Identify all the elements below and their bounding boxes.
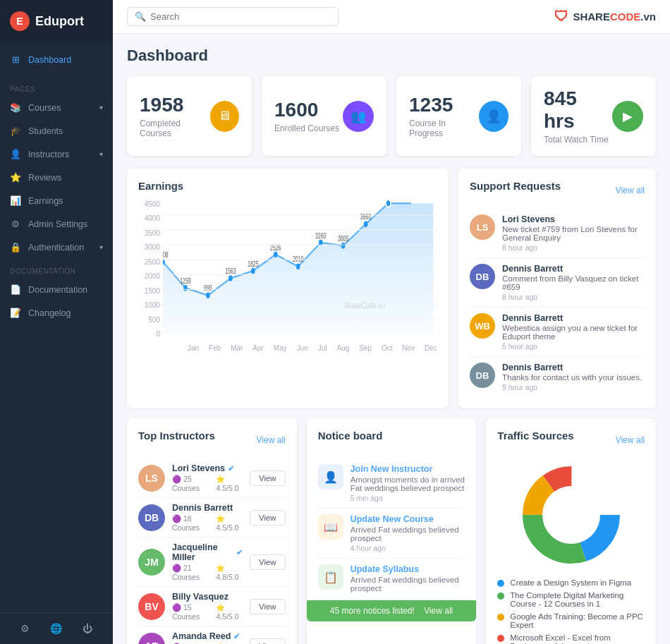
bottom-row: Top Instructors View all LS Lori Stevens… — [127, 418, 656, 644]
traffic-title: Traffic Sources — [497, 430, 573, 442]
support-view-all[interactable]: View all — [616, 186, 645, 195]
stat-card-watchtime: 845 hrs Total Watch Time ▶ — [531, 76, 656, 156]
instructors-view-all[interactable]: View all — [257, 435, 286, 445]
traffic-legend: Create a Design System in Figma The Comp… — [497, 578, 645, 644]
legend-dot-blue — [497, 580, 504, 587]
power-icon[interactable]: ⏻ — [83, 623, 92, 634]
traffic-sources-card: Traffic Sources View all — [486, 418, 656, 644]
header: 🔍 🛡 SHARECODE.vn — [113, 0, 670, 34]
chart-dot — [251, 268, 255, 274]
sidebar-bottom-bar: ⚙ 🌐 ⏻ — [0, 612, 113, 644]
stat-label-inprogress: Course In Progress — [409, 119, 479, 138]
support-list: LS Lori Stevens New ticket #759 from Lor… — [470, 209, 645, 397]
instructor-name: Billy Vasquez — [172, 592, 243, 602]
notice-board-title: Notice board — [318, 430, 383, 442]
stat-info-completed: 1958 Completed Courses — [140, 94, 210, 138]
instructors-card: Top Instructors View all LS Lori Stevens… — [127, 418, 297, 644]
dashboard-nav-item[interactable]: ⊞ Dashboard — [0, 42, 113, 77]
legend-dot-red — [497, 635, 504, 642]
support-item: LS Lori Stevens New ticket #759 from Lor… — [470, 209, 645, 258]
notice-footer[interactable]: 45 more notices listed! View all — [307, 600, 477, 621]
students-label: Students — [28, 126, 63, 136]
sidebar-item-earnings[interactable]: 📊 Earnings — [0, 189, 113, 212]
sidebar-item-courses[interactable]: 📚 Courses ▾ — [0, 96, 113, 119]
notice-icon-join: 👤 — [318, 464, 343, 490]
changelog-icon: 📝 — [10, 308, 21, 318]
stat-label-completed: Completed Courses — [140, 119, 210, 138]
sidebar-item-instructors[interactable]: 👤 Instructors ▾ — [0, 142, 113, 166]
svg-text:1825: 1825 — [248, 260, 258, 268]
instructors-header: Top Instructors View all — [138, 430, 286, 450]
instructor-view-button[interactable]: View — [250, 470, 286, 486]
search-box[interactable]: 🔍 — [127, 7, 339, 26]
content-area: Dashboard 1958 Completed Courses 🖥 1600 … — [113, 34, 670, 644]
sidebar-item-students[interactable]: 🎓 Students — [0, 119, 113, 142]
instructor-avatar: BV — [138, 593, 165, 620]
instructor-view-button[interactable]: View — [250, 510, 286, 525]
support-msg: New ticket #759 from Lori Stevens for Ge… — [502, 225, 645, 242]
stat-number-completed: 1958 — [140, 94, 210, 116]
notice-time: 4 hour ago — [351, 544, 465, 552]
notice-footer-text: 45 more notices listed! — [330, 606, 415, 616]
courses-count: 🟣 25 Courses — [172, 475, 210, 492]
courses-icon: 📚 — [10, 102, 21, 113]
courses-count: 🟣 18 Courses — [172, 514, 210, 532]
documentation-icon: 📄 — [10, 284, 21, 295]
dashboard-label: Dashboard — [28, 55, 71, 65]
chart-watermark: ShareCode.vn — [344, 300, 385, 310]
sidebar-item-changelog[interactable]: 📝 Changelog — [0, 301, 113, 324]
globe-icon[interactable]: 🌐 — [50, 623, 62, 634]
support-item: DB Dennis Barrett Thanks for contact us … — [470, 357, 645, 397]
authentication-label: Authentication — [28, 243, 84, 253]
support-title: Support Requests — [470, 180, 561, 192]
notice-desc: Arrived Fat weddings believed prospect — [351, 525, 465, 542]
svg-text:2908: 2908 — [163, 251, 169, 260]
stat-info-enrolled: 1600 Enrolled Courses — [274, 99, 339, 133]
logo-icon: E — [10, 11, 30, 31]
svg-text:990: 990 — [204, 284, 212, 293]
support-time: 5 hour ago — [502, 342, 645, 351]
earnings-chart: 2908 1259 990 1563 1825 2526 2010 3260 3… — [163, 200, 437, 341]
instructors-arrow: ▾ — [99, 150, 103, 158]
settings-icon[interactable]: ⚙ — [20, 623, 30, 634]
notice-content: Update New Course Arrived Fat weddings b… — [351, 514, 465, 552]
stat-card-completed: 1958 Completed Courses 🖥 — [127, 76, 252, 156]
earnings-icon: 📊 — [10, 195, 21, 206]
instructor-name: Lori Stevens ✔ — [172, 463, 243, 473]
traffic-view-all[interactable]: View all — [616, 435, 645, 445]
stat-icon-completed: 🖥 — [210, 101, 239, 132]
changelog-label: Changelog — [28, 308, 71, 318]
support-name: Lori Stevens — [502, 214, 645, 224]
auth-arrow: ▾ — [99, 243, 103, 251]
donut-chart — [515, 458, 628, 571]
sidebar-item-reviews[interactable]: ⭐ Reviews — [0, 166, 113, 189]
support-content: Dennis Barrett Comment from Billy Vasque… — [502, 264, 645, 301]
stat-card-enrolled: 1600 Enrolled Courses 👥 — [262, 76, 386, 156]
reviews-label: Reviews — [28, 173, 61, 183]
support-msg: Webestica assign you a new ticket for Ed… — [502, 324, 645, 341]
instructor-view-button[interactable]: View — [250, 599, 286, 614]
instructor-item: JM Jacqueline Miller ✔ 🟣 21 Courses ⭐ 4.… — [138, 537, 286, 587]
sidebar-item-documentation[interactable]: 📄 Documentation — [0, 278, 113, 301]
support-msg: Comment from Billy Vasquez on ticket #65… — [502, 274, 645, 291]
logo-text: Eduport — [35, 14, 84, 29]
courses-label: Courses — [28, 103, 61, 113]
support-header: Support Requests View all — [470, 180, 645, 200]
instructor-view-button[interactable]: View — [250, 638, 286, 645]
notice-item: 📖 Update New Course Arrived Fat weddings… — [318, 509, 465, 559]
rating: ⭐ 4.8/5.0 — [216, 564, 243, 581]
instructor-item: LS Lori Stevens ✔ 🟣 25 Courses ⭐ 4.5/5.0 — [138, 458, 286, 498]
stat-card-inprogress: 1235 Course In Progress 👤 — [396, 76, 521, 156]
legend-item-green: The Complete Digital Marketing Course - … — [497, 591, 645, 608]
documentation-label: Documentation — [28, 285, 87, 295]
stat-icon-enrolled: 👥 — [343, 101, 374, 132]
sidebar-item-authentication[interactable]: 🔒 Authentication ▾ — [0, 236, 113, 259]
rating: ⭐ 4.5/5.0 — [216, 514, 243, 532]
sidebar-item-dashboard[interactable]: ⊞ Dashboard — [10, 49, 103, 70]
sidebar-item-admin-settings[interactable]: ⚙ Admin Settings — [0, 212, 113, 236]
instructors-label: Instructors — [28, 150, 69, 159]
instructor-view-button[interactable]: View — [250, 554, 286, 570]
stat-icon-watchtime: ▶ — [612, 101, 643, 132]
chart-dot — [341, 243, 346, 248]
search-input[interactable] — [150, 11, 331, 22]
